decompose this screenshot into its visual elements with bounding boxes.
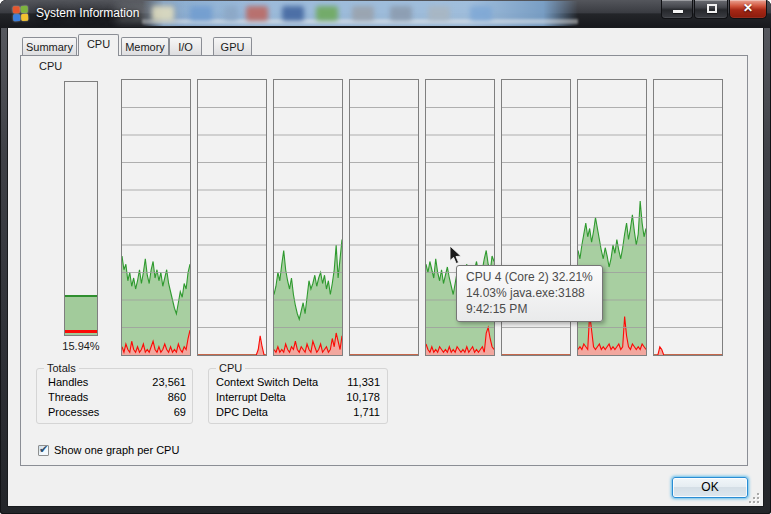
close-button[interactable]: ✕ xyxy=(729,0,767,19)
totals-row-processes: Processes 69 xyxy=(37,406,192,421)
overall-cpu-usage-label: 15.94% xyxy=(47,340,115,352)
tab-summary[interactable]: Summary xyxy=(22,37,77,56)
resize-grip[interactable] xyxy=(746,490,760,504)
cpu-hover-tooltip: CPU 4 (Core 2) 32.21% 14.03% java.exe:31… xyxy=(456,265,603,322)
cpu-history-graph-cpu3[interactable] xyxy=(349,79,419,356)
blurred-taskbar-icon xyxy=(352,6,374,21)
minimize-icon xyxy=(673,10,683,13)
cpu-history-graph-cpu7[interactable] xyxy=(653,79,723,356)
per-cpu-graphs xyxy=(121,79,727,356)
checkmark-icon: ✔ xyxy=(39,443,48,456)
cpu-row-interrupt-delta: Interrupt Delta 10,178 xyxy=(209,391,387,406)
totals-groupbox-label: Totals xyxy=(44,362,79,374)
cpu-history-graph-cpu1[interactable] xyxy=(197,79,267,356)
blurred-taskbar-icon xyxy=(470,6,492,21)
close-icon: ✕ xyxy=(743,1,753,15)
row-value: 1,711 xyxy=(353,406,380,421)
cpu-deltas-groupbox: CPU Context Switch Delta 11,331 Interrup… xyxy=(208,368,388,424)
cpu-tab-page: CPU 15.94% CPU 4 (Core 2) 32.21% 14.03% … xyxy=(20,55,748,466)
row-value: 860 xyxy=(168,391,186,406)
windows-flag-icon[interactable] xyxy=(13,6,30,23)
row-label: Processes xyxy=(48,406,99,421)
blurred-taskbar-icon xyxy=(282,6,304,21)
blurred-taskbar-icon xyxy=(316,6,338,21)
window-title: System Information xyxy=(36,0,139,28)
row-label: Handles xyxy=(48,376,88,391)
row-label: Context Switch Delta xyxy=(216,376,318,391)
cpu-row-dpc-delta: DPC Delta 1,711 xyxy=(209,406,387,421)
cpu-history-graph-cpu2[interactable] xyxy=(273,79,343,356)
maximize-icon xyxy=(707,4,717,13)
checkbox[interactable]: ✔ xyxy=(38,445,49,456)
tooltip-line: CPU 4 (Core 2) 32.21% xyxy=(466,269,593,285)
system-information-window: System Information ✕ Summary CPU Memory … xyxy=(0,0,771,514)
row-label: DPC Delta xyxy=(216,406,268,421)
totals-row-handles: Handles 23,561 xyxy=(37,376,192,391)
totals-groupbox: Totals Handles 23,561 Threads 860 Proces… xyxy=(36,368,193,424)
show-one-graph-per-cpu-option[interactable]: ✔ Show one graph per CPU xyxy=(38,443,179,457)
row-value: 69 xyxy=(174,406,186,421)
blurred-taskbar-icon xyxy=(224,6,238,21)
row-value: 11,331 xyxy=(347,376,380,391)
cpu-history-graph-cpu0[interactable] xyxy=(121,79,191,356)
titlebar[interactable]: System Information ✕ xyxy=(0,0,771,28)
blurred-taskbar-icon xyxy=(246,6,268,21)
cpu-row-context-switch-delta: Context Switch Delta 11,331 xyxy=(209,376,387,391)
tooltip-line: 9:42:15 PM xyxy=(466,301,593,317)
dialog-client-area: Summary CPU Memory I/O GPU CPU 15.94% CP… xyxy=(8,28,763,506)
minimize-button[interactable] xyxy=(661,0,693,19)
row-value: 23,561 xyxy=(152,376,186,391)
maximize-button[interactable] xyxy=(694,0,728,19)
blurred-taskbar-icon xyxy=(428,6,450,21)
tab-io[interactable]: I/O xyxy=(169,37,202,56)
totals-row-threads: Threads 860 xyxy=(37,391,192,406)
tooltip-line: 14.03% java.exe:3188 xyxy=(466,285,593,301)
overall-cpu-usage-bar[interactable] xyxy=(64,81,98,336)
row-label: Interrupt Delta xyxy=(216,391,286,406)
cpu-groupbox-label: CPU xyxy=(216,362,245,374)
tab-gpu[interactable]: GPU xyxy=(213,37,252,56)
tab-memory[interactable]: Memory xyxy=(121,37,169,56)
row-label: Threads xyxy=(48,391,88,406)
checkbox-label: Show one graph per CPU xyxy=(54,444,179,456)
mouse-cursor xyxy=(449,246,462,265)
blurred-taskbar-icon xyxy=(152,6,174,21)
ok-button[interactable]: OK xyxy=(672,477,748,498)
tab-cpu[interactable]: CPU xyxy=(78,34,119,56)
cpu-section-label: CPU xyxy=(39,60,62,72)
cpu-kernel-stripe xyxy=(65,330,97,333)
row-value: 10,178 xyxy=(346,391,380,406)
blurred-taskbar-icon xyxy=(190,6,212,21)
cpu-usage-fill xyxy=(65,295,97,335)
blurred-taskbar-icon xyxy=(390,6,412,21)
